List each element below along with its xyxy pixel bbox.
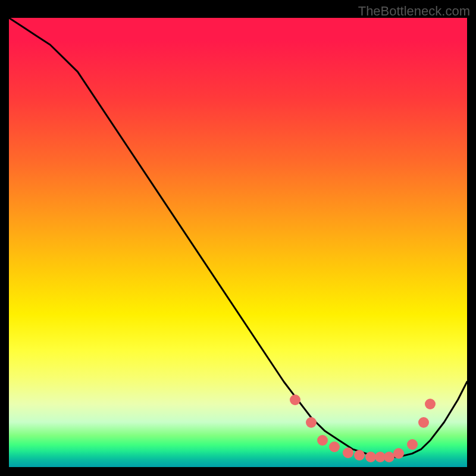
watermark-text: TheBottleneck.com <box>358 4 470 19</box>
chart-point <box>343 447 353 458</box>
chart-point <box>407 439 418 450</box>
chart-plot-area <box>9 18 467 467</box>
chart-point <box>290 394 300 405</box>
chart-svg-layer <box>9 18 467 467</box>
chart-point <box>354 450 365 461</box>
chart-point <box>317 435 328 446</box>
chart-point <box>393 448 404 459</box>
chart-curve <box>9 18 467 457</box>
chart-point <box>306 417 317 428</box>
chart-point <box>418 417 429 428</box>
chart-point <box>329 441 340 452</box>
chart-point <box>425 399 436 409</box>
